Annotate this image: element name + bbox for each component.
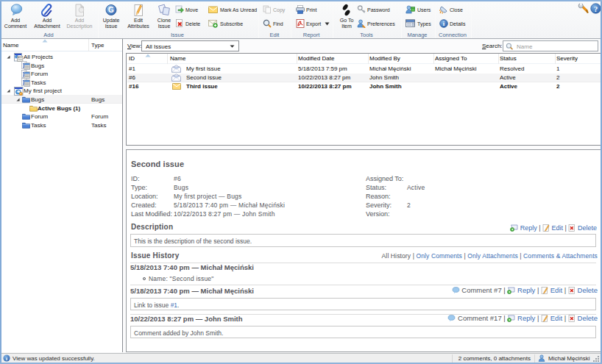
svg-text:G: G [108,6,114,14]
svg-text:i: i [6,356,7,362]
svg-text:?: ? [594,5,598,13]
